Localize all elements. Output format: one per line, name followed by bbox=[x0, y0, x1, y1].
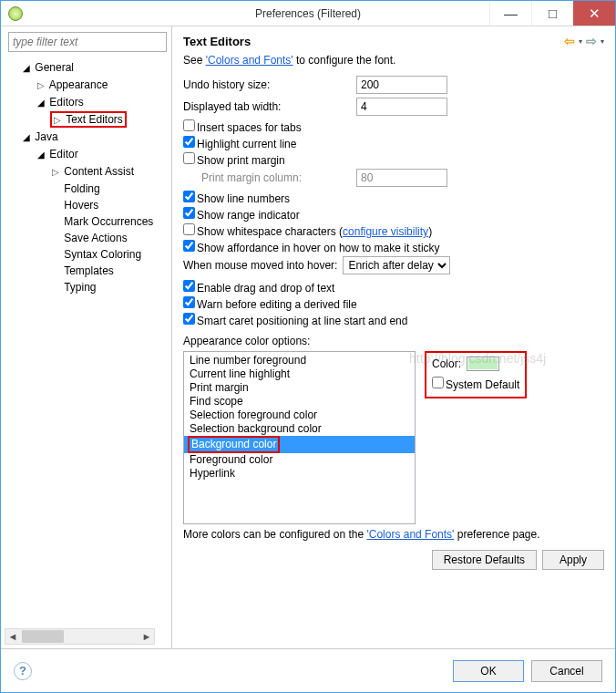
tree-label: Syntax Coloring bbox=[64, 248, 141, 261]
apply-button[interactable]: Apply bbox=[542, 550, 604, 570]
show-line-numbers-label: Show line numbers bbox=[197, 192, 290, 205]
expand-icon[interactable]: ◢ bbox=[23, 60, 32, 77]
configure-visibility-link[interactable]: configure visibility bbox=[343, 225, 428, 238]
page-title: Text Editors bbox=[183, 35, 251, 48]
tree-item-editor[interactable]: ◢ Editor ▷ Content Assist Folding Hovers… bbox=[37, 146, 168, 295]
show-print-margin-checkbox[interactable] bbox=[183, 152, 195, 164]
print-margin-col-label: Print margin column: bbox=[201, 171, 351, 184]
show-print-margin-row: Show print margin bbox=[183, 152, 604, 167]
warn-derived-label: Warn before editing a derived file bbox=[197, 298, 357, 311]
main-header: Text Editors ⇦ ▾ ⇨ ▾ bbox=[183, 34, 604, 48]
sidebar: ◢ General ▷ Appearance ◢ Editors ▷ Text … bbox=[1, 26, 172, 648]
tree-label: Text Editors bbox=[66, 113, 123, 126]
expand-icon[interactable]: ◢ bbox=[37, 95, 46, 111]
tab-width-input[interactable] bbox=[356, 98, 447, 116]
expand-icon[interactable]: ▷ bbox=[54, 112, 63, 129]
tree-item-content-assist[interactable]: ▷ Content Assist bbox=[52, 163, 168, 181]
appearance-item[interactable]: Foreground color bbox=[184, 453, 415, 467]
show-whitespace-row: Show whitespace characters (configure vi… bbox=[183, 223, 604, 238]
smart-caret-row: Smart caret positioning at line start an… bbox=[183, 313, 604, 327]
tab-width-row: Displayed tab width: bbox=[183, 98, 604, 116]
tree-item-templates[interactable]: Templates bbox=[52, 263, 168, 279]
main-panel: Text Editors ⇦ ▾ ⇨ ▾ See 'Colors and Fon… bbox=[172, 26, 615, 648]
show-affordance-row: Show affordance in hover on how to make … bbox=[183, 240, 604, 254]
maximize-button[interactable]: □ bbox=[531, 1, 573, 26]
appearance-item[interactable]: Find scope bbox=[184, 395, 415, 409]
tree-label: Folding bbox=[64, 182, 99, 195]
appearance-item[interactable]: Selection foreground color bbox=[184, 409, 415, 422]
mouse-hover-select[interactable]: Enrich after delay bbox=[343, 256, 450, 274]
expand-icon[interactable]: ▷ bbox=[37, 78, 46, 94]
show-line-numbers-checkbox[interactable] bbox=[183, 191, 195, 202]
tree-item-java[interactable]: ◢ Java ◢ Editor ▷ Content Assist Folding… bbox=[23, 129, 168, 295]
more-colors-line: More colors can be configured on the 'Co… bbox=[183, 528, 604, 541]
horizontal-scrollbar[interactable]: ◄ ► bbox=[5, 628, 155, 645]
minimize-button[interactable]: — bbox=[489, 1, 531, 26]
appearance-item[interactable]: Hyperlink bbox=[184, 467, 415, 481]
system-default-checkbox[interactable] bbox=[432, 377, 444, 388]
scroll-thumb[interactable] bbox=[22, 630, 64, 643]
nav-forward-icon[interactable]: ⇨ bbox=[586, 34, 597, 48]
smart-caret-checkbox[interactable] bbox=[183, 313, 195, 325]
help-icon[interactable]: ? bbox=[14, 662, 32, 680]
show-affordance-checkbox[interactable] bbox=[183, 240, 195, 252]
tabwidth-label: Displayed tab width: bbox=[183, 100, 351, 113]
appearance-item[interactable]: Selection background color bbox=[184, 422, 415, 436]
show-line-numbers-row: Show line numbers bbox=[183, 191, 604, 205]
expand-icon[interactable]: ◢ bbox=[37, 147, 46, 163]
tree-label: Templates bbox=[64, 264, 114, 277]
appearance-item[interactable]: Line number foreground bbox=[184, 354, 415, 367]
tree-label: Java bbox=[35, 130, 57, 143]
tree-item-general[interactable]: ◢ General ▷ Appearance ◢ Editors ▷ Text … bbox=[23, 59, 168, 129]
expand-icon[interactable]: ◢ bbox=[23, 129, 32, 146]
show-whitespace-checkbox[interactable] bbox=[183, 223, 195, 235]
scroll-right-icon[interactable]: ► bbox=[139, 631, 154, 642]
show-affordance-label: Show affordance in hover on how to make … bbox=[197, 242, 440, 254]
undo-history-input[interactable] bbox=[356, 76, 447, 94]
system-default-label: System Default bbox=[446, 378, 519, 391]
nav-back-dropdown-icon[interactable]: ▾ bbox=[579, 37, 582, 46]
ok-button[interactable]: OK bbox=[453, 660, 524, 682]
see-colors-fonts: See 'Colors and Fonts' to configure the … bbox=[183, 54, 604, 67]
color-label: Color: bbox=[432, 357, 461, 370]
nav-forward-dropdown-icon[interactable]: ▾ bbox=[601, 37, 604, 46]
tree-item-typing[interactable]: Typing bbox=[52, 279, 168, 295]
close-button[interactable]: ✕ bbox=[573, 1, 615, 26]
tree-item-text-editors[interactable]: ▷ Text Editors bbox=[52, 111, 168, 129]
tree-item-save-actions[interactable]: Save Actions bbox=[52, 230, 168, 246]
undo-label: Undo history size: bbox=[183, 78, 351, 91]
titlebar: Preferences (Filtered) — □ ✕ bbox=[1, 1, 615, 26]
enable-dnd-checkbox[interactable] bbox=[183, 280, 195, 292]
preference-tree: ◢ General ▷ Appearance ◢ Editors ▷ Text … bbox=[5, 59, 168, 295]
tree-item-syntax-coloring[interactable]: Syntax Coloring bbox=[52, 246, 168, 263]
tree-item-editors[interactable]: ◢ Editors ▷ Text Editors bbox=[37, 94, 168, 129]
nav-back-icon[interactable]: ⇦ bbox=[564, 34, 575, 48]
filter-input[interactable] bbox=[8, 32, 167, 52]
appearance-listbox[interactable]: Line number foregroundCurrent line highl… bbox=[183, 351, 416, 524]
scroll-track[interactable] bbox=[20, 630, 139, 643]
nav-buttons: ⇦ ▾ ⇨ ▾ bbox=[564, 34, 604, 48]
show-range-indicator-row: Show range indicator bbox=[183, 207, 604, 222]
appearance-item[interactable]: Background color bbox=[184, 436, 415, 453]
warn-derived-checkbox[interactable] bbox=[183, 296, 195, 308]
scroll-left-icon[interactable]: ◄ bbox=[5, 631, 20, 642]
highlight-line-checkbox[interactable] bbox=[183, 136, 195, 148]
cancel-button[interactable]: Cancel bbox=[531, 660, 602, 682]
window-title: Preferences (Filtered) bbox=[255, 7, 361, 20]
warn-derived-row: Warn before editing a derived file bbox=[183, 296, 604, 311]
insert-spaces-checkbox[interactable] bbox=[183, 119, 195, 131]
color-swatch-button[interactable] bbox=[467, 357, 499, 371]
tree-item-appearance[interactable]: ▷ Appearance bbox=[37, 77, 168, 94]
smart-caret-label: Smart caret positioning at line start an… bbox=[197, 315, 407, 327]
appearance-item[interactable]: Print margin bbox=[184, 381, 415, 395]
tree-item-hovers[interactable]: Hovers bbox=[52, 197, 168, 213]
colors-fonts-link[interactable]: 'Colors and Fonts' bbox=[206, 54, 293, 67]
tree-item-mark-occurrences[interactable]: Mark Occurrences bbox=[52, 213, 168, 230]
print-margin-col-row: Print margin column: bbox=[201, 169, 604, 187]
expand-icon[interactable]: ▷ bbox=[52, 164, 61, 181]
tree-item-folding[interactable]: Folding bbox=[52, 181, 168, 197]
restore-defaults-button[interactable]: Restore Defaults bbox=[432, 550, 537, 570]
appearance-item[interactable]: Current line highlight bbox=[184, 367, 415, 381]
show-range-indicator-checkbox[interactable] bbox=[183, 207, 195, 219]
colors-fonts-link-2[interactable]: 'Colors and Fonts' bbox=[366, 528, 454, 541]
